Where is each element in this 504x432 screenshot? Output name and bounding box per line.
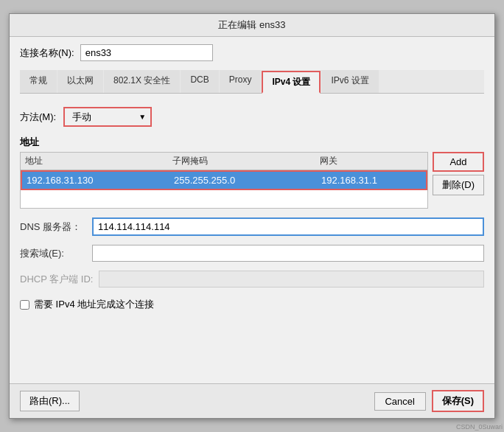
address-section: 地址 地址 子网掩码 网关 192.168.31.130 255.255.255… xyxy=(20,133,484,209)
address-section-title: 地址 xyxy=(20,136,484,149)
tab-general[interactable]: 常规 xyxy=(20,70,57,93)
tab-ipv6[interactable]: IPv6 设置 xyxy=(321,70,378,93)
address-section-body: 地址 子网掩码 网关 192.168.31.130 255.255.255.0 … xyxy=(20,152,484,209)
route-button[interactable]: 路由(R)... xyxy=(20,391,80,411)
method-row: 方法(M): 手动 自动(DHCP) 仅本地链路 共享 禁用 ▼ xyxy=(20,107,484,127)
address-buttons: Add 删除(D) xyxy=(433,152,484,195)
address-row-0[interactable]: 192.168.31.130 255.255.255.0 192.168.31.… xyxy=(21,170,427,190)
dns-label: DNS 服务器： xyxy=(20,220,86,234)
address-table-wrapper: 地址 子网掩码 网关 192.168.31.130 255.255.255.0 … xyxy=(20,152,484,209)
tab-proxy[interactable]: Proxy xyxy=(220,70,262,93)
method-select[interactable]: 手动 自动(DHCP) 仅本地链路 共享 禁用 xyxy=(63,107,152,127)
dhcp-label: DHCP 客户端 ID: xyxy=(20,273,93,286)
row0-subnet: 255.255.255.0 xyxy=(174,175,321,186)
method-select-wrapper: 手动 自动(DHCP) 仅本地链路 共享 禁用 ▼ xyxy=(63,107,152,127)
conn-name-label: 连接名称(N): xyxy=(20,46,74,60)
col-subnet-header: 子网掩码 xyxy=(172,155,320,167)
add-button[interactable]: Add xyxy=(433,152,484,172)
method-label: 方法(M): xyxy=(20,111,56,124)
dhcp-input xyxy=(99,271,484,288)
delete-button[interactable]: 删除(D) xyxy=(433,175,484,195)
ipv4-required-label[interactable]: 需要 IPv4 地址完成这个连接 xyxy=(34,298,154,311)
col-gateway-header: 网关 xyxy=(320,155,423,167)
watermark: CSDN_0Suwari xyxy=(456,423,503,431)
dialog-titlebar: 正在编辑 ens33 xyxy=(10,14,494,37)
dialog: 正在编辑 ens33 连接名称(N): 常规 以太网 802.1X 安全性 DC… xyxy=(9,13,495,419)
conn-name-input[interactable] xyxy=(80,44,213,61)
ipv4-tab-content: 方法(M): 手动 自动(DHCP) 仅本地链路 共享 禁用 ▼ 地址 xyxy=(20,100,484,376)
search-label: 搜索域(E): xyxy=(20,247,86,260)
search-row: 搜索域(E): xyxy=(20,245,484,262)
address-empty-row xyxy=(21,190,427,208)
search-input[interactable] xyxy=(92,245,484,262)
checkbox-row: 需要 IPv4 地址完成这个连接 xyxy=(20,298,484,311)
row0-gateway: 192.168.31.1 xyxy=(321,175,421,186)
tab-8021x[interactable]: 802.1X 安全性 xyxy=(104,70,180,93)
dialog-body: 连接名称(N): 常规 以太网 802.1X 安全性 DCB Proxy IPv… xyxy=(10,37,494,383)
dns-input[interactable] xyxy=(92,217,484,236)
col-ip-header: 地址 xyxy=(25,155,172,167)
dialog-footer: 路由(R)... Cancel 保存(S) xyxy=(10,383,494,418)
ipv4-required-checkbox[interactable] xyxy=(20,300,29,310)
cancel-button[interactable]: Cancel xyxy=(374,392,426,411)
tabs-bar: 常规 以太网 802.1X 安全性 DCB Proxy IPv4 设置 IPv6… xyxy=(20,70,484,94)
address-table: 地址 子网掩码 网关 192.168.31.130 255.255.255.0 … xyxy=(20,152,428,209)
address-table-header: 地址 子网掩码 网关 xyxy=(21,153,427,170)
tab-ethernet[interactable]: 以太网 xyxy=(57,70,103,93)
dhcp-row: DHCP 客户端 ID: xyxy=(20,271,484,288)
row0-ip: 192.168.31.130 xyxy=(27,175,174,186)
save-button[interactable]: 保存(S) xyxy=(432,390,484,412)
tab-ipv4[interactable]: IPv4 设置 xyxy=(262,71,321,94)
conn-name-row: 连接名称(N): xyxy=(20,44,484,61)
dns-row: DNS 服务器： xyxy=(20,217,484,236)
dialog-title: 正在编辑 ens33 xyxy=(218,19,285,30)
tab-dcb[interactable]: DCB xyxy=(181,70,218,93)
